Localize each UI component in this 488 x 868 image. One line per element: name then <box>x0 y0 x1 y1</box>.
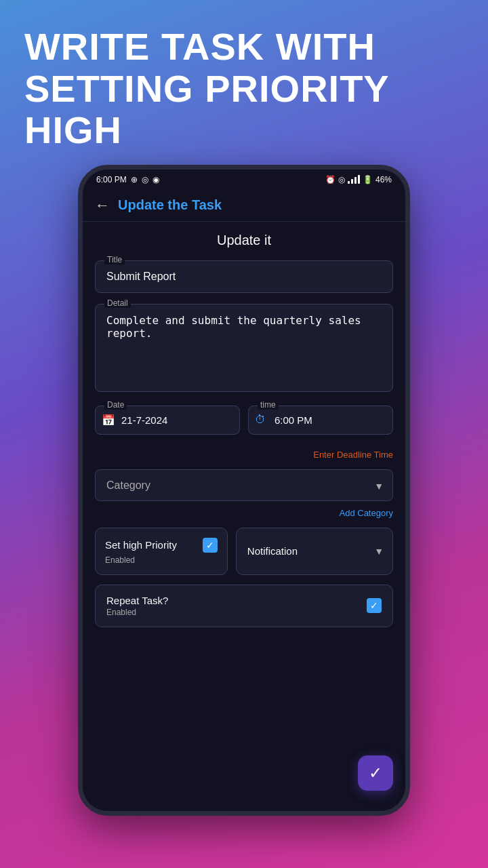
section-title: Update it <box>95 233 393 248</box>
battery-icon: 🔋 <box>363 175 373 184</box>
signal-bars <box>348 175 360 184</box>
fab-button[interactable]: ✓ <box>358 755 393 791</box>
time-field: time ⏱ <box>248 406 393 435</box>
scroll-content: Update it Title Detail Date 📅 time <box>83 222 405 811</box>
status-right: ⏰ ◎ 🔋 46% <box>325 175 392 184</box>
priority-status: Enabled <box>105 555 135 565</box>
back-button[interactable]: ← <box>95 197 110 214</box>
hero-header: WRITE TASK WITH SETTING PRIORITY HIGH <box>0 0 488 165</box>
repeat-checkbox[interactable]: ✓ <box>367 598 382 613</box>
detail-label: Detail <box>104 298 131 308</box>
category-select[interactable]: Category <box>95 469 393 501</box>
repeat-label: Repeat Task? <box>106 595 168 606</box>
priority-notification-row: Set high Priority ✓ Enabled Notification… <box>95 528 393 575</box>
date-label: Date <box>104 400 127 410</box>
status-time: 6:00 PM <box>96 175 127 184</box>
priority-checkbox[interactable]: ✓ <box>203 538 218 553</box>
category-wrapper: Category ▼ <box>95 469 393 504</box>
title-field-group: Title <box>95 260 393 293</box>
date-input[interactable] <box>95 406 240 435</box>
nav-title: Update the Task <box>118 197 222 213</box>
detail-input[interactable] <box>95 304 393 392</box>
status-bar: 6:00 PM ⊕ ◎ ◉ ⏰ ◎ 🔋 46% <box>83 170 405 190</box>
priority-label: Set high Priority <box>105 539 177 551</box>
calendar-icon: 📅 <box>102 414 115 427</box>
signal-icon: ◎ <box>142 175 148 184</box>
status-left: 6:00 PM ⊕ ◎ ◉ <box>96 175 159 184</box>
clock-icon: ⏱ <box>255 414 266 426</box>
fab-check-icon: ✓ <box>369 764 382 783</box>
priority-checkmark: ✓ <box>206 540 214 551</box>
whatsapp-icon: ⊕ <box>131 175 138 184</box>
phone-mockup: 6:00 PM ⊕ ◎ ◉ ⏰ ◎ 🔋 46% ← Update <box>78 165 410 816</box>
repeat-left: Repeat Task? Enabled <box>106 595 168 617</box>
deadline-link[interactable]: Enter Deadline Time <box>95 450 393 460</box>
datetime-row: Date 📅 time ⏱ <box>95 406 393 446</box>
repeat-status: Enabled <box>106 608 168 617</box>
detail-field-group: Detail <box>95 304 393 395</box>
time-label: time <box>258 400 279 410</box>
title-input[interactable] <box>95 260 393 293</box>
title-label: Title <box>104 255 125 264</box>
battery-percent: 46% <box>375 175 392 184</box>
nav-bar: ← Update the Task <box>83 190 405 222</box>
location-icon: ◎ <box>338 175 345 184</box>
repeat-checkmark: ✓ <box>370 600 378 611</box>
bluetooth-icon: ◉ <box>152 175 159 184</box>
priority-header: Set high Priority ✓ <box>105 538 218 553</box>
time-input[interactable] <box>248 406 393 435</box>
alarm-icon: ⏰ <box>325 175 336 184</box>
priority-box: Set high Priority ✓ Enabled <box>95 528 228 575</box>
notification-select[interactable]: Notification None 5 min before 10 min be… <box>236 528 393 575</box>
page-wrapper: WRITE TASK WITH SETTING PRIORITY HIGH 6:… <box>0 0 488 868</box>
repeat-box: Repeat Task? Enabled ✓ <box>95 585 393 627</box>
add-category-link[interactable]: Add Category <box>95 508 393 518</box>
date-field: Date 📅 <box>95 406 240 435</box>
notification-wrapper: Notification None 5 min before 10 min be… <box>236 528 393 575</box>
